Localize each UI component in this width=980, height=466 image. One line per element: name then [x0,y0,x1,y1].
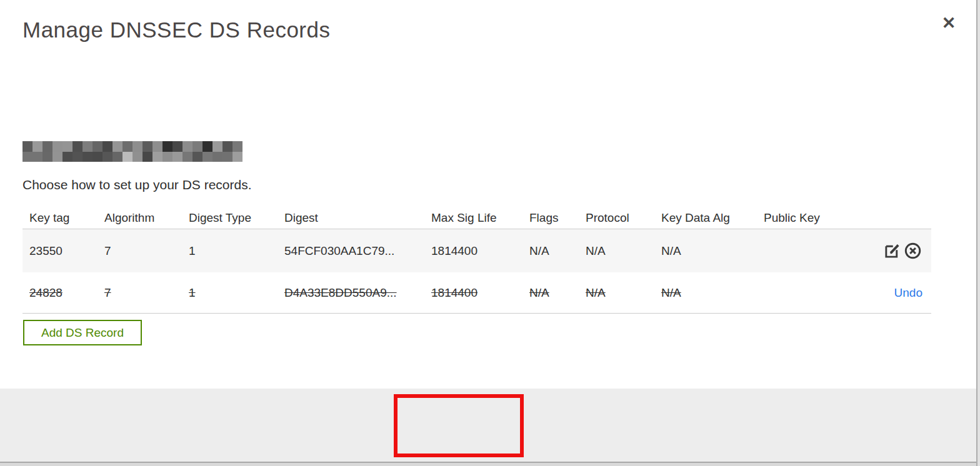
cell-digest-type: 1 [182,244,278,258]
col-header-protocol: Protocol [579,211,654,225]
cell-key-data-alg: N/A [654,286,757,300]
col-header-flags: Flags [522,211,579,225]
cell-max-sig-life: 1814400 [424,244,522,258]
circle-x-icon [904,242,922,260]
cell-algorithm: 7 [98,286,182,300]
window-frame-bottom [0,462,980,466]
undo-link[interactable]: Undo [894,286,922,300]
col-header-digest-type: Digest Type [182,211,278,225]
cell-algorithm: 7 [98,244,182,258]
col-header-key-tag: Key tag [22,211,98,225]
cell-protocol: N/A [579,244,654,258]
cell-digest: 54FCF030AA1C79... [278,244,424,258]
row-actions [882,241,931,261]
table-header-row: Key tag Algorithm Digest Type Digest Max… [22,207,931,229]
row-actions: Undo [894,286,931,300]
table-row-active: 23550 7 1 54FCF030AA1C79... 1814400 N/A … [22,229,931,272]
subtitle-text: Choose how to set up your DS records. [22,177,252,192]
cell-digest: D4A33E8DD550A9... [278,286,424,300]
modal-footer: Save Cancel [0,389,980,462]
cell-key-data-alg: N/A [654,244,757,258]
ds-records-table: Key tag Algorithm Digest Type Digest Max… [22,207,931,314]
page-title: Manage DNSSEC DS Records [22,17,330,42]
col-header-public-key: Public Key [757,211,831,225]
col-header-digest: Digest [278,211,424,225]
cell-key-tag: 23550 [22,244,98,258]
cell-key-tag: 24828 [22,286,98,300]
delete-record-button[interactable] [902,241,922,261]
add-ds-record-button[interactable]: Add DS Record [23,320,142,345]
close-icon[interactable]: ✕ [938,12,959,34]
cell-max-sig-life: 1814400 [424,286,522,300]
col-header-max-sig-life: Max Sig Life [424,211,522,225]
table-row-deleted: 24828 7 1 D4A33E8DD550A9... 1814400 N/A … [22,272,931,314]
redacted-domain-name [22,141,242,162]
window-frame-right [976,0,980,466]
cell-flags: N/A [522,286,579,300]
dnssec-modal: Manage DNSSEC DS Records ✕ Choose how to… [0,0,980,466]
pencil-square-icon [883,242,901,260]
cell-digest-type: 1 [182,286,278,300]
col-header-key-data-alg: Key Data Alg [654,211,757,225]
cell-flags: N/A [522,244,579,258]
edit-record-button[interactable] [882,241,902,261]
col-header-algorithm: Algorithm [98,211,182,225]
cell-protocol: N/A [579,286,654,300]
